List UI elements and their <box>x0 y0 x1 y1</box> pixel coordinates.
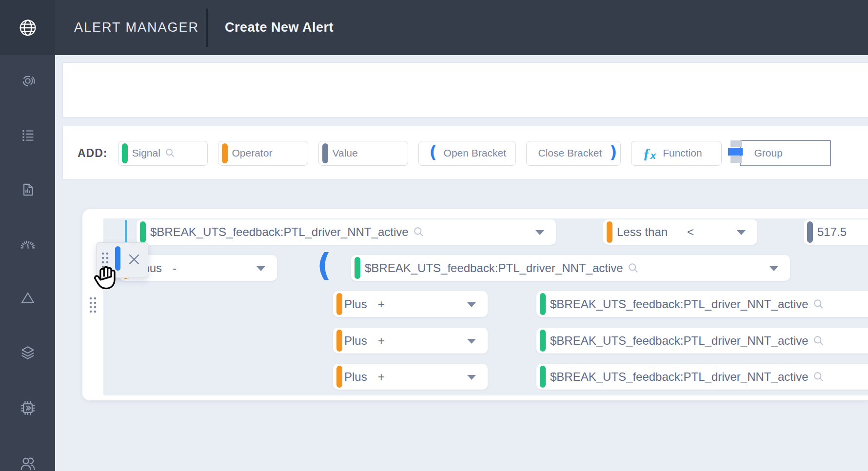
signal-color-bar <box>140 221 146 243</box>
signal-value: $BREAK_UTS_feedback:PTL_driver_NNT_activ… <box>550 297 809 311</box>
globe-icon <box>18 18 38 38</box>
row1-value-input[interactable]: 517.5 <box>804 219 868 245</box>
sidebar-nav <box>0 55 55 471</box>
operator-label: Plus <box>344 370 367 384</box>
search-icon <box>628 263 639 274</box>
close-icon[interactable] <box>127 252 141 267</box>
operator-color-bar <box>336 330 342 352</box>
plus-row-operator-select[interactable]: Plus + <box>333 291 488 317</box>
add-toolbar: ADD: Signal Operator Value ( Open Bracke… <box>78 140 831 166</box>
report-icon <box>19 180 37 199</box>
function-fx-icon: ƒx <box>643 145 656 161</box>
chip-label: Function <box>663 147 702 159</box>
open-bracket-icon: ( <box>430 144 437 160</box>
logo-button[interactable] <box>0 0 55 55</box>
row2-open-bracket[interactable]: ( <box>317 250 331 281</box>
alert-manager-screen: ALERT MANAGER Create New Alert <box>0 0 868 471</box>
app-title: ALERT MANAGER <box>74 0 199 55</box>
chevron-down-icon <box>467 302 476 307</box>
search-icon <box>813 372 824 382</box>
sidebar-item-gauge[interactable] <box>18 235 38 254</box>
header-divider <box>206 9 208 47</box>
signal-value: $BREAK_UTS_feedback:PTL_driver_NNT_activ… <box>150 225 409 239</box>
chip-label: Value <box>333 147 358 159</box>
sidebar-item-users[interactable] <box>18 454 38 471</box>
operator-color-bar <box>336 366 342 388</box>
search-icon <box>414 227 424 237</box>
signal-color-bar <box>355 257 360 279</box>
row2-signal-select[interactable]: $BREAK_UTS_feedback:PTL_driver_NNT_activ… <box>351 255 790 281</box>
add-label: ADD: <box>78 147 108 160</box>
operator-color-bar <box>222 143 228 163</box>
page-title: Create New Alert <box>225 0 334 55</box>
sidebar-item-detection[interactable] <box>18 71 38 91</box>
group-icon <box>728 140 743 163</box>
operator-label: Plus <box>344 297 367 311</box>
search-icon <box>165 148 175 158</box>
sidebar-item-triangle[interactable] <box>18 288 38 308</box>
close-bracket-icon: ) <box>610 144 617 160</box>
empty-panel <box>62 62 868 118</box>
dragged-bracket-bar <box>115 246 120 271</box>
chevron-down-icon <box>256 266 265 271</box>
add-value-chip[interactable]: Value <box>318 141 408 166</box>
signal-value: $BREAK_UTS_feedback:PTL_driver_NNT_activ… <box>550 370 809 384</box>
chip-icon <box>18 398 38 418</box>
signal-value: $BREAK_UTS_feedback:PTL_driver_NNT_activ… <box>365 261 623 275</box>
users-icon <box>18 454 38 471</box>
operator-symbol: + <box>378 334 385 348</box>
chevron-down-icon <box>467 375 476 380</box>
chip-label: Open Bracket <box>444 147 506 159</box>
value-text: 517.5 <box>817 225 847 239</box>
row1-signal-select[interactable]: $BREAK_UTS_feedback:PTL_driver_NNT_activ… <box>137 219 556 245</box>
chip-label: Signal <box>132 147 160 159</box>
operator-symbol: + <box>378 370 385 384</box>
gauge-icon <box>19 235 37 254</box>
drag-ghost[interactable] <box>96 242 148 278</box>
plus-row-operator-select[interactable]: Plus + <box>333 328 488 353</box>
signal-color-bar <box>122 143 128 163</box>
search-icon <box>813 299 824 310</box>
operator-symbol: + <box>378 297 385 311</box>
row-drag-handle[interactable] <box>88 296 98 314</box>
add-group-chip[interactable]: Group <box>740 140 831 166</box>
operator-symbol: < <box>687 225 694 239</box>
top-header: ALERT MANAGER Create New Alert <box>0 0 868 55</box>
operator-label: Less than <box>617 225 668 239</box>
plus-row-signal-select[interactable]: $BREAK_UTS_feedback:PTL_driver_NNT_activ… <box>536 364 868 390</box>
signal-color-bar <box>540 366 546 388</box>
chevron-down-icon <box>769 266 778 271</box>
signal-value: $BREAK_UTS_feedback:PTL_driver_NNT_activ… <box>550 334 809 348</box>
chip-label: Operator <box>232 147 273 159</box>
add-signal-chip[interactable]: Signal <box>118 141 208 166</box>
list-icon <box>19 126 37 144</box>
add-open-bracket-chip[interactable]: ( Open Bracket <box>418 141 516 166</box>
radar-icon <box>19 72 37 90</box>
value-color-bar <box>322 143 328 163</box>
operator-label: Plus <box>344 334 367 348</box>
chip-label: Close Bracket <box>538 147 602 159</box>
add-function-chip[interactable]: ƒx Function <box>631 141 722 166</box>
layers-icon <box>19 343 37 362</box>
sidebar-item-processor[interactable] <box>18 398 38 418</box>
add-group-chip-wrap: Group <box>740 140 831 166</box>
operator-color-bar <box>607 221 612 243</box>
plus-row-operator-select[interactable]: Plus + <box>333 364 488 390</box>
sidebar-item-layers[interactable] <box>18 343 38 362</box>
add-close-bracket-chip[interactable]: Close Bracket ) <box>526 141 621 166</box>
chevron-down-icon <box>737 230 746 235</box>
signal-color-bar <box>540 330 546 352</box>
signal-color-bar <box>540 293 546 315</box>
value-color-bar <box>807 221 813 243</box>
search-icon <box>813 335 824 346</box>
operator-color-bar <box>336 293 342 315</box>
chip-label: Group <box>754 147 783 159</box>
row1-operator-select[interactable]: Less than < <box>603 219 757 245</box>
plus-row-signal-select[interactable]: $BREAK_UTS_feedback:PTL_driver_NNT_activ… <box>536 291 868 317</box>
add-operator-chip[interactable]: Operator <box>218 141 308 166</box>
chevron-down-icon <box>467 339 476 344</box>
open-bracket-glyph: ( <box>317 247 331 283</box>
sidebar-item-reports[interactable] <box>18 180 38 199</box>
sidebar-item-alert-list[interactable] <box>18 125 38 145</box>
plus-row-signal-select[interactable]: $BREAK_UTS_feedback:PTL_driver_NNT_activ… <box>536 328 868 353</box>
